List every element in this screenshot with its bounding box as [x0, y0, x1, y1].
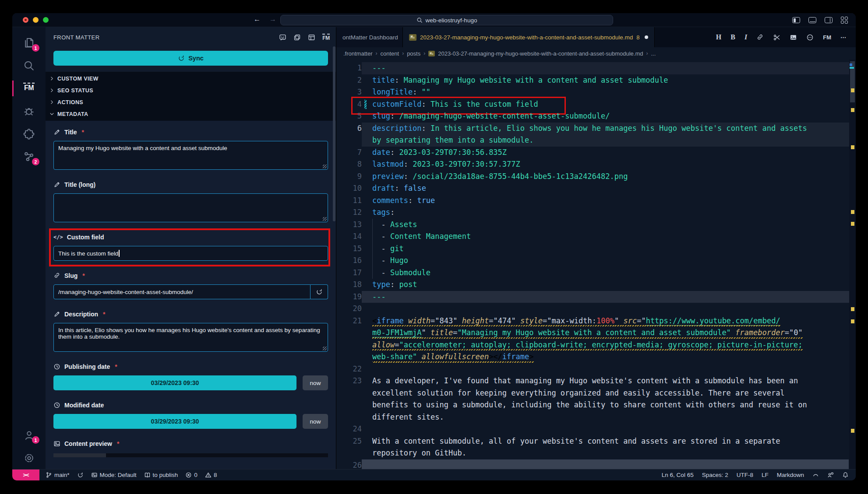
zoom-button[interactable] — [43, 17, 49, 23]
activity-item-source-control-graph[interactable]: 2 — [12, 145, 46, 168]
code-line[interactable]: 5slug: /managing-hugo-website-content-as… — [336, 110, 856, 123]
code-line[interactable]: 4customField: This is the custom field — [336, 98, 856, 111]
code-line[interactable]: 6description: In this article, Elio show… — [336, 123, 856, 135]
more-actions-icon[interactable]: ⋯ — [840, 34, 846, 41]
code-line[interactable]: 22 — [336, 363, 856, 375]
activity-item-extensions[interactable] — [12, 123, 46, 145]
code-line[interactable]: 19--- — [336, 291, 856, 303]
code-line[interactable]: 20 — [336, 303, 856, 315]
code-line[interactable]: 23As a developer, I've found that managi… — [336, 375, 856, 387]
code-line[interactable]: web-share" allowfullscreen></iframe> — [336, 351, 856, 363]
code-line[interactable]: repository on GitHub. — [336, 447, 856, 459]
section-seo-status[interactable]: SEO STATUS — [46, 84, 336, 96]
status-indentation[interactable]: Spaces: 2 — [702, 472, 728, 478]
forward-icon[interactable]: → — [267, 15, 279, 23]
code-line[interactable]: 25With a content submodule, all of your … — [336, 435, 856, 448]
now-button[interactable]: now — [303, 375, 328, 390]
code-line[interactable]: 9preview: /social/23da18ae-8755-44b4-bbe… — [336, 171, 856, 183]
remote-indicator[interactable]: >< — [12, 469, 39, 481]
toggle-panel-icon[interactable] — [808, 17, 816, 23]
activity-item-debug[interactable] — [12, 100, 46, 123]
back-icon[interactable]: ← — [251, 15, 263, 23]
date-picker-button[interactable]: 03/29/2023 09:30 — [53, 375, 296, 390]
bold-icon[interactable]: B — [730, 33, 735, 41]
code-line[interactable]: 11comments: true — [336, 195, 856, 207]
code-line[interactable]: 14 - Content Management — [336, 231, 856, 243]
field-textarea[interactable]: In this article, Elio shows you how he m… — [53, 323, 328, 352]
editor-scrollbar[interactable] — [849, 60, 856, 469]
toggle-secondary-sidebar-icon[interactable] — [825, 17, 833, 23]
code-line[interactable]: 12tags: — [336, 207, 856, 219]
status-branch[interactable]: main* — [46, 472, 70, 478]
status-errors[interactable]: 0 — [185, 472, 198, 478]
close-button[interactable] — [23, 17, 28, 23]
snippet-icon[interactable] — [773, 34, 780, 41]
insert-image-icon[interactable] — [790, 34, 797, 41]
command-center-search[interactable]: web-eliostruyf-hugo — [280, 15, 613, 25]
tab-frontmatter-dashboard[interactable]: ontMatter Dashboard — [336, 27, 403, 47]
activity-item-search[interactable] — [12, 54, 46, 77]
field-textarea[interactable] — [53, 193, 328, 222]
code-line[interactable]: 8lastmod: 2023-03-29T07:30:57.377Z — [336, 158, 856, 171]
code-line[interactable]: 3longTitle: "" — [336, 86, 856, 98]
code-line[interactable]: different sites. — [336, 411, 856, 424]
code-line[interactable]: 24 — [336, 423, 856, 435]
code-line[interactable]: 1--- — [336, 62, 856, 74]
activity-item-explorer[interactable]: 1 — [12, 32, 46, 54]
code-line[interactable]: 17 - Submodule — [336, 267, 856, 279]
toggle-primary-sidebar-icon[interactable] — [792, 17, 800, 23]
code-line[interactable]: m0-JFM1wmjA" title="Managing my Hugo web… — [336, 327, 856, 339]
heading-icon[interactable]: H — [716, 33, 721, 41]
activity-item-frontmatter[interactable]: FM — [12, 77, 46, 100]
hyperlink-icon[interactable] — [756, 34, 764, 41]
unsaved-dot-icon[interactable] — [645, 35, 648, 39]
code-line[interactable]: 26 — [336, 459, 856, 469]
emoji-icon[interactable] — [806, 34, 814, 41]
code-line[interactable]: 13 - Assets — [336, 219, 856, 231]
activity-item-settings[interactable] — [12, 446, 46, 469]
status-sync[interactable] — [77, 472, 84, 478]
sync-button[interactable]: Sync — [53, 51, 328, 66]
code-line[interactable]: allow="accelerometer; autoplay; clipboar… — [336, 339, 856, 351]
section-custom-view[interactable]: CUSTOM VIEW — [46, 73, 336, 84]
code-line[interactable]: benefits to using a submodule, including… — [336, 399, 856, 411]
status-notifications[interactable] — [842, 472, 849, 478]
section-metadata[interactable]: METADATA — [46, 108, 336, 120]
code-editor[interactable]: 1---2title: Managing my Hugo website wit… — [336, 60, 856, 469]
minimize-button[interactable] — [33, 17, 39, 23]
date-picker-button[interactable]: 03/29/2023 09:30 — [53, 414, 296, 429]
feedback-icon[interactable] — [279, 34, 286, 41]
breadcrumb-item[interactable]: content — [380, 50, 399, 57]
status-warnings[interactable]: 8 — [205, 472, 217, 478]
status-mode[interactable]: Mode: Default — [91, 472, 137, 478]
pages2-icon[interactable] — [293, 34, 301, 41]
status-feedback[interactable] — [827, 472, 834, 478]
customize-layout-icon[interactable] — [841, 17, 848, 24]
frontmatter-action-icon[interactable]: FM — [823, 34, 831, 41]
status-encoding[interactable]: UTF-8 — [737, 472, 753, 478]
code-line[interactable]: 16 - Hugo — [336, 255, 856, 267]
section-actions[interactable]: ACTIONS — [46, 96, 336, 108]
code-line[interactable]: 21<iframe width="843" height="474" style… — [336, 315, 856, 327]
code-line[interactable]: excellent solution for keeping everythin… — [336, 387, 856, 399]
code-line[interactable]: 18type: post — [336, 279, 856, 291]
regenerate-slug-button[interactable] — [311, 284, 328, 299]
tab-active-markdown-file[interactable]: M↓2023-03-27-managing-my-hugo-website-wi… — [403, 27, 655, 47]
code-line[interactable]: 15 - git — [336, 243, 856, 255]
activity-item-account[interactable]: 1 — [12, 424, 46, 446]
italic-icon[interactable]: I — [745, 33, 747, 41]
board-icon[interactable] — [308, 34, 315, 41]
field-input[interactable]: This is the custom field — [53, 246, 328, 261]
status-screencast[interactable] — [812, 472, 819, 478]
fm-icon[interactable]: FM — [322, 34, 330, 41]
breadcrumb-item[interactable]: 2023-03-27-managing-my-hugo-website-with… — [438, 50, 643, 57]
code-line[interactable]: 7date: 2023-03-29T07:30:56.835Z — [336, 147, 856, 159]
code-line[interactable]: by separating them into a submodule. — [336, 134, 856, 147]
now-button[interactable]: now — [303, 414, 328, 429]
field-textarea[interactable]: Managing my Hugo website with a content … — [53, 141, 328, 170]
status-language-mode[interactable]: Markdown — [777, 472, 804, 478]
field-input[interactable]: /managing-hugo-website-content-asset-sub… — [53, 284, 311, 299]
status-eol[interactable]: LF — [762, 472, 769, 478]
breadcrumb-item[interactable]: ... — [651, 50, 656, 57]
status-cursor-position[interactable]: Ln 6, Col 65 — [662, 472, 694, 478]
